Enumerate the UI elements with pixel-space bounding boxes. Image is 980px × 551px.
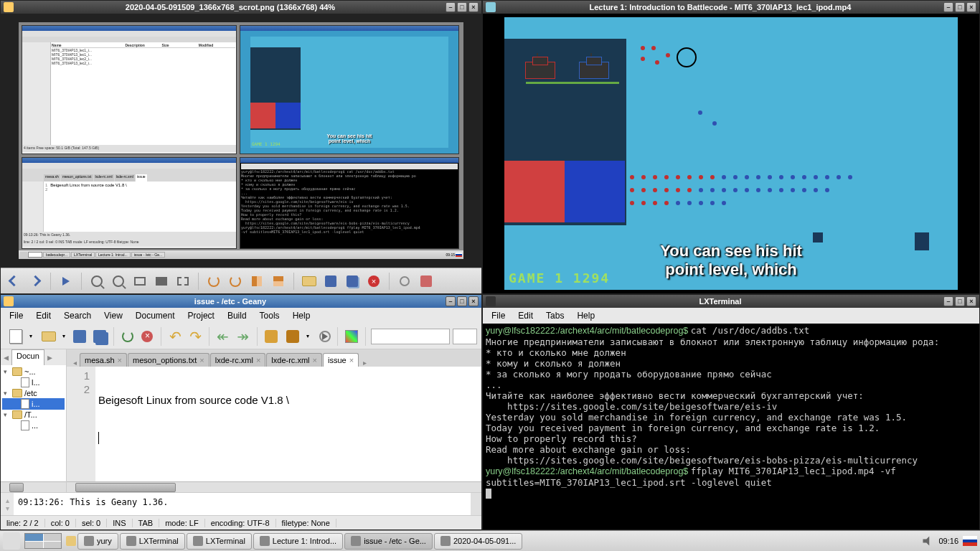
workspace-switcher[interactable] [24, 533, 62, 549]
tree-item[interactable]: ▾/T... [2, 410, 65, 420]
tabbar-prev[interactable]: ◂ [70, 359, 80, 367]
build-button[interactable] [282, 326, 303, 347]
filemanager-launcher-icon[interactable] [66, 536, 76, 546]
code-editor[interactable]: 12 Beigesoft Linux from source code V1.8… [67, 367, 481, 481]
search-input[interactable] [371, 329, 450, 344]
tab-lxde1[interactable]: lxde-rc.xml× [210, 353, 266, 367]
delete-button[interactable]: × [365, 273, 382, 290]
open-button[interactable] [301, 273, 318, 290]
undo-button[interactable]: ↶ [166, 326, 184, 347]
clock[interactable]: 09:16 [938, 537, 958, 545]
flip-v-button[interactable] [270, 273, 287, 290]
minimize-button[interactable]: – [943, 296, 953, 306]
new-button[interactable] [5, 326, 27, 347]
menu-tools[interactable]: Tools [254, 309, 286, 322]
maximize-button[interactable]: □ [457, 296, 467, 306]
rotate-left-button[interactable] [205, 273, 222, 290]
minimize-button[interactable]: – [943, 2, 953, 12]
taskbar-item[interactable]: 2020-04-05-091... [434, 533, 522, 550]
menu-search[interactable]: Search [58, 309, 97, 322]
menu-view[interactable]: View [98, 309, 128, 322]
save-button[interactable] [322, 273, 339, 290]
saveall-button[interactable] [91, 326, 108, 347]
prev-button[interactable] [5, 273, 22, 290]
next-button[interactable] [27, 273, 44, 290]
taskbar-item[interactable]: yury [77, 533, 118, 550]
video-canvas[interactable]: GAME 1 1294 You can see his hit point le… [483, 14, 979, 293]
taskbar-item[interactable]: issue - /etc - Ge... [344, 533, 433, 550]
taskbar-item[interactable]: LXTerminal [120, 533, 185, 550]
taskbar-item[interactable]: LXTerminal [187, 533, 252, 550]
maximize-button[interactable]: □ [955, 2, 965, 12]
terminal-titlebar[interactable]: LXTerminal – □ × [483, 295, 979, 308]
message-scrollbar[interactable] [471, 493, 481, 515]
menu-edit[interactable]: Edit [30, 309, 57, 322]
rotate-right-button[interactable] [227, 273, 244, 290]
compile-button[interactable] [263, 326, 280, 347]
taskbar-item[interactable]: Lecture 1: Introd... [253, 533, 343, 550]
tab-close-icon[interactable]: × [313, 356, 317, 364]
maximize-button[interactable]: □ [457, 2, 467, 12]
minimize-button[interactable]: – [446, 296, 456, 306]
tab-lxde2[interactable]: lxde-rc.xml× [266, 353, 322, 367]
menu-help[interactable]: Help [571, 309, 600, 322]
orig-size-button[interactable] [153, 273, 170, 290]
sidebar-tab-next[interactable]: ▸ [44, 349, 55, 365]
tree-item[interactable]: i... [2, 398, 65, 410]
nav-fwd-button[interactable]: ↞ [235, 326, 252, 347]
tree-item[interactable]: ▾~... [2, 367, 65, 377]
tab-meson[interactable]: meson_options.txt× [128, 353, 209, 367]
new-dropdown[interactable]: ▾ [27, 326, 35, 347]
flip-h-button[interactable] [248, 273, 265, 290]
editor-scrollbar[interactable] [67, 481, 481, 492]
volume-icon[interactable] [923, 535, 934, 547]
redo-button[interactable]: ↶ [187, 326, 204, 347]
message-collapse-icon[interactable]: ▴▾ [1, 493, 14, 515]
close-button[interactable]: × [468, 2, 479, 12]
open-dropdown[interactable]: ▾ [60, 326, 68, 347]
start-menu-button[interactable] [3, 532, 20, 550]
tab-close-icon[interactable]: × [349, 356, 354, 364]
menu-build[interactable]: Build [222, 309, 253, 322]
video-titlebar[interactable]: Lecture 1: Introduction to Battlecode - … [483, 1, 979, 14]
goto-line-input[interactable] [453, 329, 477, 344]
menu-tabs[interactable]: Tabs [540, 309, 570, 322]
maximize-button[interactable]: □ [955, 296, 965, 306]
reload-button[interactable] [119, 326, 136, 347]
close-tab-button[interactable]: × [139, 326, 156, 347]
tab-close-icon[interactable]: × [118, 356, 122, 364]
menu-document[interactable]: Document [130, 309, 181, 322]
menu-file[interactable]: File [4, 309, 29, 322]
tree-item[interactable]: l... [2, 377, 65, 388]
saveas-button[interactable] [344, 273, 361, 290]
open-button[interactable] [38, 326, 60, 347]
document-tree[interactable]: ▾~...l...▾/etci...▾/T...... [1, 365, 66, 481]
terminal-output[interactable]: yury@lfsc182222:/archext4/arc/mit/batlec… [483, 324, 979, 529]
preferences-button[interactable] [396, 273, 413, 290]
minimize-button[interactable]: – [446, 2, 456, 12]
tree-item[interactable]: ... [2, 420, 65, 431]
tab-issue[interactable]: issue× [323, 353, 359, 367]
close-button[interactable]: × [966, 2, 976, 12]
sidebar-tab-prev[interactable]: ◂ [1, 349, 11, 365]
tabbar-next[interactable]: ▸ [359, 359, 369, 367]
zoom-in-button[interactable] [110, 273, 127, 290]
quit-button[interactable] [418, 273, 435, 290]
geany-titlebar[interactable]: issue - /etc - Geany – □ × [1, 295, 481, 308]
menu-project[interactable]: Project [182, 309, 220, 322]
color-picker-button[interactable] [343, 326, 360, 347]
zoom-out-button[interactable] [88, 273, 105, 290]
image-viewport[interactable]: NameDescriptionSizeModified MIT6_370IAP1… [1, 14, 481, 268]
keyboard-layout-icon[interactable] [963, 536, 977, 546]
tab-close-icon[interactable]: × [256, 356, 260, 364]
menu-edit[interactable]: Edit [512, 309, 539, 322]
close-button[interactable]: × [966, 296, 976, 306]
nav-back-button[interactable]: ↞ [215, 326, 232, 347]
tab-mesa[interactable]: mesa.sh× [80, 353, 127, 367]
fullscreen-button[interactable] [174, 273, 192, 290]
fit-button[interactable] [131, 273, 149, 290]
menu-file[interactable]: File [486, 309, 511, 322]
build-dropdown[interactable]: ▾ [303, 326, 312, 347]
close-button[interactable]: × [468, 296, 479, 306]
run-button[interactable] [315, 326, 332, 347]
